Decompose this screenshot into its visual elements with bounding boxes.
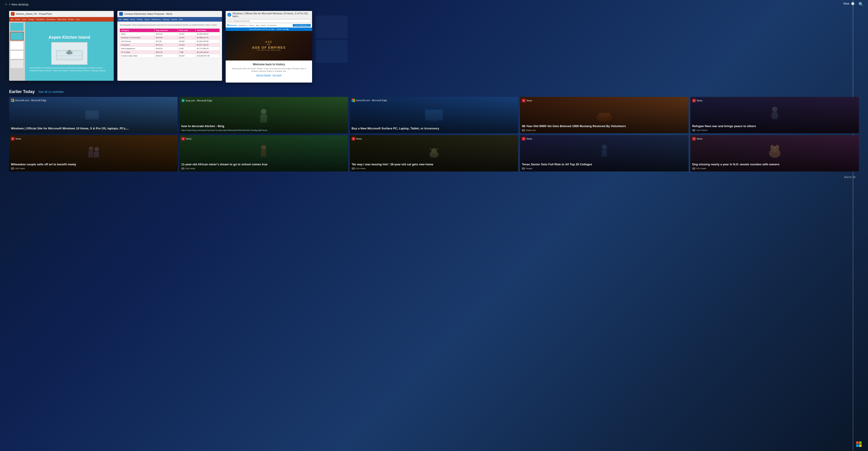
table-cell: $2,689,098.00 [196,32,220,36]
table-cell: $175.22 [155,43,178,46]
browser-body-title: Welcome back to history [230,63,308,66]
powerpoint-titlebar: Kitchen_Island_V6 - PowerPoint [9,11,114,17]
card-source-footer: FOX News [692,167,857,170]
card-title: 96-Year-Old WWII Vet Gets Beloved 1969 M… [522,124,687,128]
watch-trailer-link[interactable]: WATCH TRAILER [256,74,271,76]
card-footer: Milwaukee couple sells off art to benefi… [9,161,178,171]
search-icon[interactable]: 🔍 [859,2,863,7]
activity-card-miner[interactable]: N News 11-year-old African miner's dream… [180,135,348,171]
ppt-image [51,42,88,65]
card-source-label: News [526,99,532,102]
source-logo [692,129,695,131]
card-source-footer: FOX News [352,167,517,170]
windows-green-quad [859,442,862,444]
card-footer: Texas Senior Gets Full Ride to All Top 2… [520,161,688,171]
activity-card-surface[interactable]: microsoft.com - Microsoft Edge Buy a New… [350,97,518,133]
new-desktop-label: + New desktop [9,3,28,6]
word-titlebar: Contoso Electronics Sales Proposal - Wor… [117,11,222,17]
card-header: b bing.com - Microsoft Edge [181,99,212,102]
card-source-name: People [526,167,532,170]
card-source-label: News [697,138,703,140]
card-inner: microsoft.com - Microsoft Edge Buy a New… [350,97,518,133]
col-header-sales: Total Sales [196,28,220,32]
card-title: Dog missing nearly a year in N.H. woods … [692,163,857,166]
card-footer: Buy a New Microsoft Surface PC, Laptop, … [350,125,518,133]
card-inner: N News 11-year-old African miner's dream… [180,135,348,171]
svg-rect-6 [68,50,71,51]
word-doc-body: Just last quarter, Contoso experienced s… [117,22,222,81]
card-inner: N News Dog missing nearly a year in N.H.… [690,135,859,171]
table-cell: 38,506 [178,39,196,43]
windows-red-quad [856,442,859,444]
ppt-content: Aspen Kitchen Island [9,22,114,81]
microsoft-icon [11,99,14,102]
source-logo [181,167,184,170]
activity-card-wwii-vet[interactable]: N News 96-Year-Old WWII Vet Gets Beloved… [520,97,688,133]
activity-card-refugee[interactable]: N News Refugee flees war and brings peac… [690,97,859,133]
card-title: 11-year-old African miner's dream to go … [181,163,346,166]
browser-hero: AGE OF AGE OF EMPIRES DEFINITIVE EDITION [226,31,312,61]
activity-card-cat[interactable]: N News 'No way I was leaving him': 26-ye… [350,135,518,171]
powerpoint-content: File Home Insert Design Transitions Anim… [9,17,114,81]
table-cell: 7,588 [178,50,196,54]
table-cell: $210.85 [155,36,178,39]
card-source-label: News [356,138,362,140]
ppt-main-slide: Aspen Kitchen Island [25,22,114,81]
hero-subtitle: DEFINITIVE EDITION [252,50,286,51]
source-logo [692,167,695,170]
see-all-activities-link[interactable]: See all 11 activities [38,90,64,94]
table-row: Contoso sales totals$288.8799,925$15,669… [120,54,220,58]
card-source-label: bing.com - Microsoft Edge [186,99,212,102]
activity-card-windows-site[interactable]: microsoft.com - Microsoft Edge Windows |… [9,97,178,133]
card-source-footer: USA TODAY [692,129,857,131]
card-header: microsoft.com - Microsoft Edge [11,99,46,102]
word-paragraph: Just last quarter, Contoso experienced s… [120,24,220,26]
activity-card-texas[interactable]: N News Texas Senior Gets Full Ride to Al… [520,135,688,171]
word-window[interactable]: Contoso Electronics Sales Proposal - Wor… [117,11,222,81]
table-cell: 13,697 [178,36,196,39]
word-content: File Home Insert Design Layout Reference… [117,17,222,81]
earlier-header: Earlier Today See all 11 activities [9,89,859,94]
ppt-slides-panel [9,22,25,81]
card-header: N News [181,137,191,140]
card-title: Windows | Official Site for Microsoft Wi… [11,127,176,131]
windows-logo [856,442,862,447]
news-icon: N [11,137,14,140]
buy-now-link[interactable]: BUY NOW [273,74,281,76]
card-source-name: Radio.com [526,129,536,131]
activity-card-dog[interactable]: N News Dog missing nearly a year in N.H.… [690,135,859,171]
ppt-slide-thumb [10,51,24,59]
col-header-price: Avg unit price [155,28,178,32]
card-source-name: FOX News [696,167,706,170]
activity-card-bing-kitchen[interactable]: b bing.com - Microsoft Edge how to decor… [180,97,348,133]
word-icon [119,12,123,16]
table-cell: Computers [120,43,155,46]
plus-icon: ＋ [5,2,7,6]
ppt-slide-thumb [10,32,24,40]
table-row: TV & Video$412.467,588$3,130,158.94 [120,50,220,54]
news-icon: N [692,99,696,102]
table-cell: TV & Video [120,50,155,54]
word-table: Category Avg unit price Units sold Total… [120,28,220,58]
new-desktop-button[interactable]: ＋ + New desktop [5,2,28,6]
table-row: Audio$146.0018,421$2,689,098.00 [120,32,220,36]
edge-content: windows.microsoft.com  Windows Windows … [226,19,312,83]
card-source-name: FOX News [356,167,366,170]
table-cell: $47.66 [155,39,178,43]
card-footer: 96-Year-Old WWII Vet Gets Beloved 1969 M… [520,123,688,133]
windows-logo-br[interactable] [856,442,863,449]
now-text: Now [843,2,849,5]
source-logo [522,129,525,131]
activity-card-milwaukee[interactable]: N News Milwaukee couple sells off art to… [9,135,178,171]
hero-title: AGE OF EMPIRES [252,46,286,50]
top-bar: ＋ + New desktop Now 🔍 [0,0,868,9]
card-source-label: microsoft.com - Microsoft Edge [356,99,387,102]
powerpoint-window[interactable]: Kitchen_Island_V6 - PowerPoint File Home… [9,11,114,81]
ppt-slide-thumb [10,60,24,68]
table-cell: 18,421 [178,32,196,36]
edge-window[interactable]: e Windows | Official Site for Microsoft … [226,11,312,83]
table-row: Cell Phones$47.6638,506$1,835,195.96 [120,39,220,43]
earlier-today-section: Earlier Today See all 11 activities micr… [0,87,868,171]
card-source-label: News [697,99,703,102]
word-title: Contoso Electronics Sales Proposal - Wor… [124,12,172,15]
